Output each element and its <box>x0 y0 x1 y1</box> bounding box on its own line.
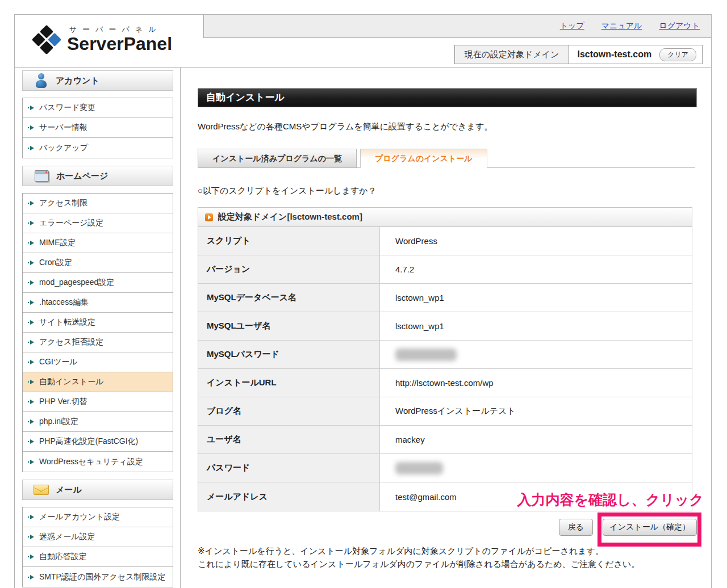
tab-installed-programs[interactable]: インストール済みプログラムの一覧 <box>198 149 357 167</box>
sidebar-item-php-version[interactable]: PHP Ver.切替 <box>23 392 173 412</box>
sidebar-item-label: アクセス制限 <box>39 198 87 208</box>
domain-label: 現在の設定対象ドメイン <box>455 45 570 64</box>
sidebar-item-mime[interactable]: MIME設定 <box>23 233 173 253</box>
row-value: lsctown_wp1 <box>380 284 692 312</box>
sidebar-item-label: 自動インストール <box>39 377 104 387</box>
confirm-question: ○以下のスクリプトをインストールしますか？ <box>198 186 697 196</box>
arrow-icon <box>28 419 35 425</box>
sidebar-item-access-deny[interactable]: アクセス拒否設定 <box>23 333 173 352</box>
sidebar-item-label: 自動応答設定 <box>39 552 87 562</box>
arrow-icon <box>28 300 35 305</box>
arrow-icon <box>28 514 35 520</box>
sidebar-item-cgi-tools[interactable]: CGIツール <box>23 352 173 372</box>
annotation-text: 入力内容を確認し、クリック <box>517 490 704 509</box>
server-panel-window: サーバーパネル ServerPanel トップ マニュアル ログアウト 現在の設… <box>14 14 712 588</box>
mail-icon <box>34 485 49 495</box>
section-title: メール <box>56 485 82 495</box>
table-row-script: スクリプト WordPress <box>198 227 692 255</box>
sidebar-item-auto-install[interactable]: 自動インストール <box>23 372 173 392</box>
sidebar-item-cron[interactable]: Cron設定 <box>23 253 173 273</box>
row-label: ブログ名 <box>198 397 380 425</box>
domain-value: lsctown-test.com <box>577 49 651 60</box>
sidebar-list-account: パスワード変更 サーバー情報 バックアップ <box>22 98 173 158</box>
sidebar-item-access-restriction[interactable]: アクセス制限 <box>23 194 173 213</box>
page-title: 自動インストール <box>198 88 697 107</box>
sidebar-item-mod-pagespeed[interactable]: mod_pagespeed設定 <box>23 273 173 293</box>
nav-link-logout[interactable]: ログアウト <box>659 21 700 31</box>
sidebar-item-server-info[interactable]: サーバー情報 <box>23 118 173 138</box>
table-caption: 設定対象ドメイン[lsctown-test.com] <box>198 208 692 227</box>
sidebar-item-spam-mail[interactable]: 迷惑メール設定 <box>23 527 173 547</box>
arrow-icon <box>28 379 35 385</box>
sidebar-item-auto-reply[interactable]: 自動応答設定 <box>23 547 173 567</box>
table-row-password: パスワード <box>198 454 692 482</box>
sidebar-item-label: MIME設定 <box>39 238 76 248</box>
sidebar-item-label: アクセス拒否設定 <box>39 337 103 347</box>
install-settings-table: 設定対象ドメイン[lsctown-test.com] スクリプト WordPre… <box>198 207 692 511</box>
sidebar-item-wp-security[interactable]: WordPressセキュリティ設定 <box>23 452 173 472</box>
table-row-install-url: インストールURL http://lsctown-test.com/wp <box>198 369 692 397</box>
sidebar-item-password-change[interactable]: パスワード変更 <box>23 98 173 118</box>
sidebar-section-account: アカウント パスワード変更 サーバー情報 バックアップ <box>22 70 173 158</box>
nav-link-manual[interactable]: マニュアル <box>601 21 642 31</box>
row-label: ユーザ名 <box>198 426 380 453</box>
header: サーバーパネル ServerPanel トップ マニュアル ログアウト 現在の設… <box>15 15 711 68</box>
arrow-icon <box>28 554 35 560</box>
top-nav: トップ マニュアル ログアウト <box>203 15 711 38</box>
section-title: ホームページ <box>56 171 108 182</box>
sidebar-item-label: エラーページ設定 <box>39 218 103 228</box>
sidebar-item-label: php.ini設定 <box>39 417 78 427</box>
clear-domain-button[interactable]: クリア <box>659 48 696 61</box>
brand-name: ServerPanel <box>67 35 172 54</box>
sidebar-item-label: メールアカウント設定 <box>39 512 120 522</box>
sidebar-item-label: PHP Ver.切替 <box>39 397 87 407</box>
sidebar-item-mail-account[interactable]: メールアカウント設定 <box>23 507 173 527</box>
sidebar-item-label: WordPressセキュリティ設定 <box>39 457 143 467</box>
sidebar: アカウント パスワード変更 サーバー情報 バックアップ ホームページ アクセス制… <box>15 68 180 588</box>
row-label: メールアドレス <box>198 482 380 511</box>
nav-link-top[interactable]: トップ <box>560 21 584 31</box>
note-line: ※インストールを行うと、インストール対象フォルダ内に対象スクリプトのファイルがコ… <box>198 544 697 557</box>
sidebar-section-homepage: ホームページ アクセス制限 エラーページ設定 MIME設定 Cron設定 mod… <box>22 166 173 472</box>
masked-password <box>395 348 457 361</box>
brand-text: サーバーパネル ServerPanel <box>67 24 172 54</box>
arrow-icon <box>28 439 35 444</box>
row-value: WordPress <box>380 227 692 255</box>
row-value: 4.7.2 <box>380 255 692 283</box>
sidebar-item-php-ini[interactable]: php.ini設定 <box>23 412 173 432</box>
sidebar-item-label: PHP高速化設定(FastCGI化) <box>39 436 138 447</box>
row-value <box>380 341 692 368</box>
back-button[interactable]: 戻る <box>559 519 593 536</box>
user-icon <box>36 73 47 89</box>
sidebar-item-site-redirect[interactable]: サイト転送設定 <box>23 313 173 333</box>
diamonds-logo-icon <box>31 25 63 57</box>
arrow-icon <box>28 534 35 540</box>
arrow-icon <box>28 200 35 206</box>
install-notes: ※インストールを行うと、インストール対象フォルダ内に対象スクリプトのファイルがコ… <box>198 544 697 570</box>
arrow-icon <box>28 260 35 266</box>
sidebar-item-htaccess[interactable]: .htaccess編集 <box>23 293 173 313</box>
domain-value-cell: lsctown-test.com クリア <box>569 45 702 64</box>
main-content: 自動インストール WordPressなどの各種CMSやプログラムを簡単に設置する… <box>180 68 711 588</box>
tab-bar: インストール済みプログラムの一覧 プログラムのインストール <box>198 149 695 168</box>
table-row-mysql-password: MySQLパスワード <box>198 341 692 369</box>
row-label: バージョン <box>198 255 380 283</box>
brand-logo: サーバーパネル ServerPanel <box>35 24 172 54</box>
sidebar-item-error-page[interactable]: エラーページ設定 <box>23 213 173 233</box>
arrow-icon <box>28 220 35 226</box>
install-confirm-button[interactable]: インストール（確定） <box>603 519 697 536</box>
section-header-account: アカウント <box>22 70 173 91</box>
section-header-homepage: ホームページ <box>22 166 173 186</box>
sidebar-item-fastcgi[interactable]: PHP高速化設定(FastCGI化) <box>23 432 173 452</box>
arrow-icon <box>28 125 35 131</box>
sidebar-item-label: サイト転送設定 <box>39 317 95 327</box>
tab-program-install[interactable]: プログラムのインストール <box>360 149 487 168</box>
sidebar-item-label: Cron設定 <box>39 258 72 268</box>
sidebar-item-smtp-restriction[interactable]: SMTP認証の国外アクセス制限設定 <box>23 567 173 587</box>
arrow-icon <box>28 339 35 345</box>
table-caption-text: 設定対象ドメイン[lsctown-test.com] <box>218 212 362 222</box>
row-label: パスワード <box>198 454 380 482</box>
section-title: アカウント <box>56 75 99 86</box>
sidebar-item-label: mod_pagespeed設定 <box>39 278 114 288</box>
sidebar-item-backup[interactable]: バックアップ <box>23 138 173 158</box>
